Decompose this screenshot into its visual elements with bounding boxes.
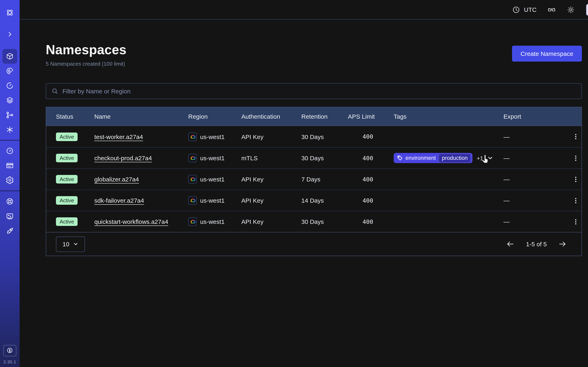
sidebar-item-deployments[interactable] — [2, 93, 17, 108]
namespace-link[interactable]: quickstart-workflows.a27a4 — [94, 218, 168, 225]
sidebar-item-usage[interactable] — [2, 143, 17, 158]
aps-limit-cell: 400 — [348, 133, 394, 140]
column-header-status: Status — [56, 113, 94, 120]
cube-icon — [6, 52, 14, 60]
lifebuoy-icon — [6, 197, 14, 206]
gcp-region-icon — [188, 154, 197, 162]
gauge-icon — [6, 147, 14, 155]
page-subtitle: 5 Namespaces created (100 limit) — [46, 61, 126, 67]
sidebar-item-getting-started[interactable] — [2, 224, 17, 238]
sidebar-item-pricing[interactable] — [3, 345, 16, 356]
namespace-link[interactable]: checkout-prod.a27a4 — [94, 155, 152, 161]
gcp-region-icon — [188, 217, 197, 226]
glasses-icon — [548, 6, 556, 14]
tag-pill[interactable]: environment production — [394, 153, 473, 163]
table-header-row: Status Name Region Authentication Retent… — [46, 107, 581, 126]
row-menu-button[interactable] — [570, 131, 581, 142]
namespace-link[interactable]: globalizer.a27a4 — [94, 176, 139, 183]
accessibility-button[interactable] — [548, 6, 556, 14]
row-menu-button[interactable] — [570, 152, 581, 164]
aps-limit-cell: 400 — [348, 218, 394, 225]
row-menu-button[interactable] — [570, 195, 581, 206]
branch-icon — [6, 111, 14, 119]
region-label: us-west1 — [200, 133, 225, 140]
user-avatar[interactable] — [586, 3, 588, 16]
retention-cell: 30 Days — [301, 133, 348, 140]
export-cell: — — [503, 218, 545, 225]
tags-expand-button[interactable] — [487, 155, 493, 161]
clock-icon — [512, 6, 520, 14]
sidebar-item-docs[interactable] — [2, 209, 17, 224]
namespaces-table: Status Name Region Authentication Retent… — [46, 107, 582, 256]
filter-bar — [46, 83, 582, 99]
table-row: Active globalizer.a27a4 us-west1 API Key… — [46, 168, 581, 190]
sidebar-expand-button[interactable] — [2, 27, 17, 42]
table-footer: 10 1-5 of 5 — [46, 232, 581, 256]
sidebar-divider — [0, 140, 20, 141]
prev-page-button[interactable] — [506, 240, 515, 248]
retention-cell: 7 Days — [301, 176, 348, 183]
credit-card-icon — [6, 161, 14, 170]
timer-icon — [6, 82, 14, 90]
gcp-region-icon — [188, 132, 197, 141]
namespace-link[interactable]: sdk-failover.a27a4 — [94, 197, 144, 204]
pagination-range: 1-5 of 5 — [526, 241, 547, 248]
sidebar-item-settings[interactable] — [2, 173, 17, 188]
content-area: Namespaces 5 Namespaces created (100 lim… — [20, 20, 588, 256]
create-namespace-button[interactable]: Create Namespace — [512, 46, 582, 62]
aps-limit-cell: 400 — [348, 155, 394, 161]
timezone-label: UTC — [524, 6, 536, 13]
avatar-photo — [586, 4, 588, 15]
timezone-selector[interactable]: UTC — [512, 6, 536, 14]
row-menu-button[interactable] — [570, 174, 581, 185]
column-header-retention: Retention — [301, 113, 348, 120]
sidebar-item-namespaces[interactable] — [2, 49, 17, 64]
column-header-name: Name — [94, 113, 188, 120]
sidebar-item-billing[interactable] — [2, 158, 17, 173]
row-menu-button[interactable] — [570, 216, 581, 227]
column-header-region: Region — [188, 113, 241, 120]
sidebar-divider — [0, 191, 20, 191]
page-title: Namespaces — [46, 42, 126, 58]
auth-cell: API Key — [241, 176, 301, 183]
theme-toggle-button[interactable] — [567, 6, 575, 14]
filter-input[interactable] — [62, 88, 576, 95]
sidebar-item-schedules[interactable] — [2, 78, 17, 93]
status-badge: Active — [56, 154, 78, 162]
tag-icon — [397, 155, 403, 161]
sidebar-item-workflows[interactable] — [2, 64, 17, 78]
spiral-icon — [6, 67, 14, 75]
column-header-tags: Tags — [394, 113, 503, 120]
chevron-down-icon — [487, 155, 493, 161]
tag-key: environment — [406, 155, 436, 161]
gcp-region-icon — [188, 196, 197, 205]
region-label: us-west1 — [200, 197, 225, 204]
status-badge: Active — [56, 132, 78, 141]
sidebar-item-nexus[interactable] — [2, 122, 17, 137]
gear-icon — [6, 176, 14, 184]
dollar-badge-icon — [6, 347, 13, 354]
sidebar-item-support[interactable] — [2, 194, 17, 209]
chevron-down-icon — [73, 242, 78, 247]
export-cell: — — [503, 176, 545, 183]
status-badge: Active — [56, 217, 78, 226]
namespace-link[interactable]: test-worker.a27a4 — [94, 133, 143, 140]
export-cell: — — [503, 133, 545, 140]
tag-more-count: +1 — [477, 155, 483, 161]
sidebar-item-batch-operations[interactable] — [2, 108, 17, 122]
temporal-logo-icon[interactable] — [2, 5, 17, 20]
page-size-select[interactable]: 10 — [56, 236, 85, 252]
layers-icon — [6, 96, 14, 104]
gcp-region-icon — [188, 175, 197, 184]
next-page-button[interactable] — [558, 240, 567, 248]
auth-cell: API Key — [241, 197, 301, 204]
region-label: us-west1 — [200, 155, 225, 161]
auth-cell: API Key — [241, 133, 301, 140]
column-header-aps-limit: APS Limit — [348, 113, 394, 120]
arrow-left-icon — [506, 240, 515, 248]
docs-book-icon — [6, 212, 14, 220]
region-label: us-west1 — [200, 218, 225, 225]
retention-cell: 30 Days — [301, 155, 348, 161]
topbar: UTC — [20, 0, 588, 20]
status-badge: Active — [56, 196, 78, 205]
